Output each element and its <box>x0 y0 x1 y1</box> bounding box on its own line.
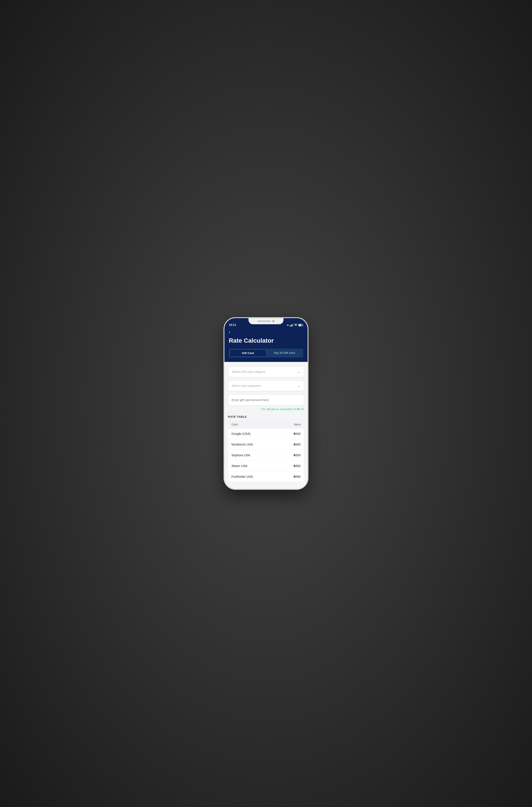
svg-rect-0 <box>290 326 290 327</box>
main-content: Select Gift card category ⌄ Select sub-c… <box>225 362 307 486</box>
email-icon: M <box>287 324 289 327</box>
rate-table: Card Naira Google (USA) ₦340 Nordstrom U… <box>228 421 304 482</box>
card-naira-4: ₦390 <box>293 475 301 478</box>
speaker <box>258 320 271 322</box>
back-button[interactable]: ‹ <box>229 330 230 334</box>
table-header: Card Naira <box>228 421 304 428</box>
header-naira: Naira <box>294 423 301 426</box>
card-name-3: Steam USA <box>231 464 247 467</box>
svg-rect-3 <box>293 324 293 327</box>
page-title: Rate Calculator <box>229 337 303 344</box>
subcategory-chevron-icon: ⌄ <box>298 384 300 387</box>
signal-icon <box>290 324 293 327</box>
card-name-1: Nordstrom USA <box>231 443 253 446</box>
phone-frame: 15:11 M <box>225 318 307 489</box>
amount-container <box>228 394 304 406</box>
status-icons: M <box>287 324 303 327</box>
table-row: Google (USA) ₦340 <box>228 428 304 439</box>
card-naira-1: ₦380 <box>293 443 301 446</box>
card-name-4: Footlocker USA <box>231 475 253 478</box>
table-row: Sephora USA ₦350 <box>228 450 304 461</box>
camera <box>272 320 274 322</box>
subcategory-dropdown[interactable]: Select sub-categories ⌄ <box>228 380 304 391</box>
table-row: Nordstrom USA ₦380 <box>228 439 304 450</box>
wifi-icon <box>294 324 298 327</box>
tab-bar: Gift Card Top 10 Gift card <box>229 349 303 357</box>
amount-input[interactable] <box>232 398 300 402</box>
svg-rect-6 <box>299 325 301 326</box>
battery-icon <box>298 324 303 327</box>
card-naira-0: ₦340 <box>293 432 301 436</box>
card-name-0: Google (USA) <box>231 432 250 436</box>
app-header: 15:11 M <box>225 318 307 362</box>
tab-top10[interactable]: Top 10 Gift card <box>266 349 302 356</box>
screen: 15:11 M <box>225 318 307 489</box>
svg-rect-5 <box>303 325 303 326</box>
card-naira-2: ₦350 <box>293 454 301 457</box>
header-card: Card <box>231 423 238 426</box>
category-dropdown[interactable]: Select Gift card category ⌄ <box>228 366 304 377</box>
table-row: Footlocker USA ₦390 <box>228 471 304 482</box>
phone-notch <box>248 318 284 324</box>
svg-rect-1 <box>291 325 291 327</box>
card-name-2: Sephora USA <box>231 454 250 457</box>
category-chevron-icon: ⌄ <box>298 370 300 373</box>
rate-table-title: RATE TABLE <box>228 415 304 418</box>
card-naira-3: ₦360 <box>293 464 301 467</box>
status-time: 15:11 <box>229 323 236 327</box>
equivalent-text: You will get an equivalent of ₦0.00 <box>228 407 304 411</box>
subcategory-dropdown-label: Select sub-categories <box>232 384 261 387</box>
table-row: Steam USA ₦360 <box>228 461 304 471</box>
tab-gift-card[interactable]: Gift Card <box>230 349 266 356</box>
category-dropdown-label: Select Gift card category <box>232 370 265 373</box>
svg-rect-2 <box>291 324 292 327</box>
phone-device: 15:11 M <box>225 318 307 489</box>
